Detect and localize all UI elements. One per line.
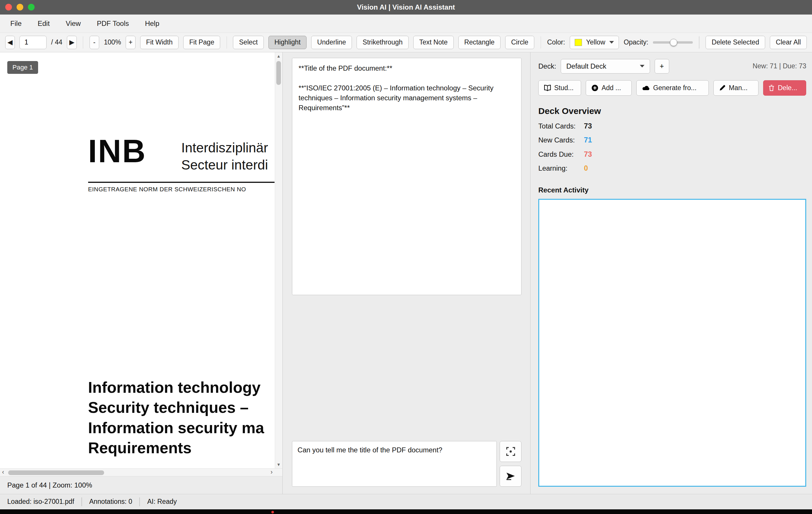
delete-deck-button-label: Dele... bbox=[778, 84, 797, 92]
main-area: Page 1 INB Interdisziplinär Secteur inte… bbox=[0, 52, 812, 494]
recent-activity-title: Recent Activity bbox=[538, 186, 806, 194]
clear-all-button[interactable]: Clear All bbox=[770, 36, 807, 49]
add-card-button[interactable]: Add ... bbox=[586, 80, 632, 96]
stat-cards-due-label: Cards Due: bbox=[538, 150, 584, 158]
pdf-title-line2: Security techniques – bbox=[88, 397, 264, 418]
vertical-scrollbar-thumb[interactable] bbox=[276, 61, 281, 85]
pdf-horizontal-rule bbox=[88, 182, 274, 183]
delete-selected-button[interactable]: Delete Selected bbox=[705, 36, 765, 49]
text-note-tool-button[interactable]: Text Note bbox=[413, 36, 454, 49]
pdf-status-text: Page 1 of 44 | Zoom: 100% bbox=[0, 476, 282, 494]
stat-learning-label: Learning: bbox=[538, 164, 584, 172]
menu-file[interactable]: File bbox=[10, 20, 22, 28]
scroll-down-icon[interactable]: ▼ bbox=[275, 462, 282, 467]
fit-page-button[interactable]: Fit Page bbox=[183, 36, 220, 49]
prev-page-button[interactable]: ◀ bbox=[5, 36, 15, 49]
study-button[interactable]: Stud... bbox=[538, 80, 581, 96]
pdf-title-line4: Requirements bbox=[88, 438, 264, 458]
chat-input-row: Can you tell me the title of the PDF doc… bbox=[292, 441, 521, 487]
menu-help[interactable]: Help bbox=[145, 20, 159, 28]
book-icon bbox=[544, 85, 551, 91]
opacity-label: Opacity: bbox=[624, 38, 648, 46]
menu-view[interactable]: View bbox=[66, 20, 81, 28]
toolbar-separator bbox=[699, 36, 699, 49]
prev-page-icon: ◀ bbox=[7, 38, 13, 46]
zoom-in-button[interactable]: + bbox=[126, 36, 135, 49]
rectangle-tool-button[interactable]: Rectangle bbox=[458, 36, 500, 49]
chat-message: **“ISO/IEC 27001:2005 (E) – Information … bbox=[299, 83, 515, 113]
underline-tool-button[interactable]: Underline bbox=[311, 36, 352, 49]
deck-action-row: Stud... Add ... Generate fro... bbox=[538, 80, 806, 96]
pdf-logo-text: INB bbox=[88, 135, 147, 167]
status-ai-ready: AI: Ready bbox=[140, 498, 184, 506]
generate-cards-button[interactable]: Generate fro... bbox=[636, 80, 709, 96]
add-card-button-label: Add ... bbox=[602, 84, 621, 92]
zoom-window-button[interactable] bbox=[28, 4, 35, 10]
toolbar: ◀ / 44 ▶ - 100% + Fit Width Fit Page Sel… bbox=[0, 33, 812, 52]
stat-new-cards: New Cards: 71 bbox=[538, 136, 806, 144]
generate-cards-button-label: Generate fro... bbox=[653, 84, 697, 92]
flashcard-deck-panel: Deck: Default Deck + New: 71 | Due: 73 S… bbox=[530, 52, 812, 494]
toolbar-separator bbox=[541, 36, 541, 49]
page-badge: Page 1 bbox=[7, 61, 38, 74]
select-tool-button[interactable]: Select bbox=[233, 36, 263, 49]
pdf-page-viewport[interactable]: Page 1 INB Interdisziplinär Secteur inte… bbox=[0, 52, 282, 468]
deck-dropdown-value: Default Deck bbox=[566, 62, 606, 70]
app-window: Vision AI | Vision AI Assistant File Edi… bbox=[0, 0, 812, 514]
pdf-logo-line1: Interdisziplinär bbox=[181, 139, 268, 156]
send-message-button[interactable] bbox=[500, 466, 521, 487]
stat-cards-due: Cards Due: 73 bbox=[538, 150, 806, 158]
manage-cards-button-label: Man... bbox=[729, 84, 748, 92]
fit-width-button[interactable]: Fit Width bbox=[140, 36, 179, 49]
minimize-window-button[interactable] bbox=[17, 4, 23, 10]
status-bar: Loaded: iso-27001.pdf Annotations: 0 AI:… bbox=[0, 494, 812, 509]
add-deck-button[interactable]: + bbox=[655, 59, 669, 73]
chat-message: **Title of the PDF document:** bbox=[299, 63, 515, 73]
horizontal-scrollbar[interactable]: ‹ › bbox=[0, 468, 282, 476]
scroll-left-icon[interactable]: ‹ bbox=[2, 468, 4, 476]
recent-activity-list[interactable] bbox=[538, 199, 806, 487]
chevron-down-icon bbox=[640, 65, 644, 67]
status-loaded-file: Loaded: iso-27001.pdf bbox=[0, 498, 81, 506]
chat-history[interactable]: **Title of the PDF document:** **“ISO/IE… bbox=[292, 58, 521, 295]
opacity-slider[interactable] bbox=[653, 36, 693, 49]
pencil-icon bbox=[719, 85, 726, 91]
window-title: Vision AI | Vision AI Assistant bbox=[357, 3, 455, 11]
chat-input[interactable]: Can you tell me the title of the PDF doc… bbox=[292, 441, 496, 487]
menu-pdf-tools[interactable]: PDF Tools bbox=[97, 20, 129, 28]
stat-total-cards-value: 73 bbox=[584, 122, 592, 130]
notification-dot bbox=[271, 511, 274, 513]
vertical-scrollbar[interactable]: ▲ ▼ bbox=[275, 52, 283, 468]
deck-overview-title: Deck Overview bbox=[538, 106, 806, 116]
circle-tool-button[interactable]: Circle bbox=[505, 36, 534, 49]
opacity-slider-thumb[interactable] bbox=[670, 39, 677, 46]
pdf-title-line3: Information security ma bbox=[88, 418, 264, 438]
deck-dropdown[interactable]: Default Deck bbox=[561, 59, 650, 73]
horizontal-scrollbar-thumb[interactable] bbox=[8, 471, 104, 475]
stat-new-cards-label: New Cards: bbox=[538, 136, 584, 144]
next-page-button[interactable]: ▶ bbox=[67, 36, 77, 49]
zoom-out-button[interactable]: - bbox=[90, 36, 99, 49]
screen-bottom-strip bbox=[0, 509, 812, 514]
capture-screenshot-button[interactable] bbox=[500, 441, 521, 462]
pdf-logo-line2: Secteur interdi bbox=[181, 156, 268, 174]
page-total-label: / 44 bbox=[51, 38, 62, 46]
scroll-right-icon[interactable]: › bbox=[270, 468, 272, 476]
strikethrough-tool-button[interactable]: Strikethrough bbox=[356, 36, 409, 49]
trash-icon bbox=[768, 85, 775, 91]
deck-selector-row: Deck: Default Deck + New: 71 | Due: 73 bbox=[538, 59, 806, 73]
scroll-up-icon[interactable]: ▲ bbox=[275, 54, 282, 58]
close-window-button[interactable] bbox=[5, 4, 12, 10]
pdf-logo-subtitle: Interdisziplinär Secteur interdi bbox=[181, 139, 268, 174]
stat-cards-due-value: 73 bbox=[584, 150, 592, 158]
pdf-viewer-panel: Page 1 INB Interdisziplinär Secteur inte… bbox=[0, 52, 283, 494]
pdf-title-line1: Information technology bbox=[88, 377, 264, 397]
plus-circle-icon bbox=[591, 84, 599, 92]
menu-edit[interactable]: Edit bbox=[38, 20, 50, 28]
color-dropdown[interactable]: Yellow bbox=[570, 36, 619, 49]
delete-deck-button[interactable]: Dele... bbox=[763, 80, 807, 96]
color-dropdown-value: Yellow bbox=[586, 38, 605, 46]
page-number-input[interactable] bbox=[20, 36, 47, 49]
manage-cards-button[interactable]: Man... bbox=[714, 80, 758, 96]
highlight-tool-button[interactable]: Highlight bbox=[268, 36, 307, 49]
